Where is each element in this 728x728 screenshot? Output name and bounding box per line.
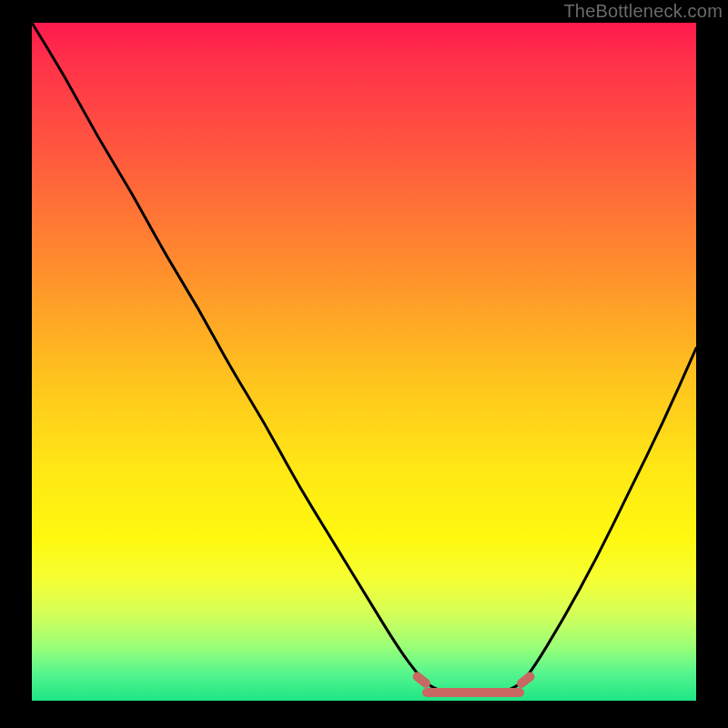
- curve-path: [32, 23, 696, 694]
- chart-frame: TheBottleneck.com: [0, 0, 728, 728]
- optimal-range-marker-flat: [422, 688, 524, 697]
- plot-area: [32, 23, 696, 701]
- attribution-text: TheBottleneck.com: [563, 1, 723, 22]
- bottleneck-curve: [32, 23, 696, 701]
